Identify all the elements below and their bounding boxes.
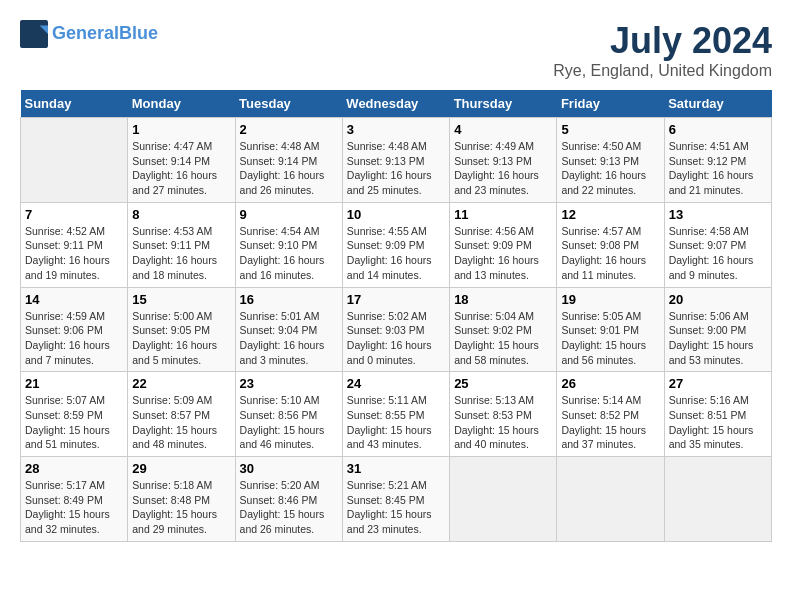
sunset-text: Sunset: 8:55 PM <box>347 408 445 423</box>
daylight-text: Daylight: 16 hours and 14 minutes. <box>347 253 445 282</box>
sunset-text: Sunset: 8:46 PM <box>240 493 338 508</box>
cell-content: Sunrise: 5:05 AMSunset: 9:01 PMDaylight:… <box>561 309 659 368</box>
calendar-cell: 5Sunrise: 4:50 AMSunset: 9:13 PMDaylight… <box>557 118 664 203</box>
sunrise-text: Sunrise: 5:10 AM <box>240 393 338 408</box>
cell-content: Sunrise: 4:47 AMSunset: 9:14 PMDaylight:… <box>132 139 230 198</box>
cell-content: Sunrise: 4:55 AMSunset: 9:09 PMDaylight:… <box>347 224 445 283</box>
sunset-text: Sunset: 9:13 PM <box>454 154 552 169</box>
cell-content: Sunrise: 4:58 AMSunset: 9:07 PMDaylight:… <box>669 224 767 283</box>
day-number: 31 <box>347 461 445 476</box>
day-number: 29 <box>132 461 230 476</box>
calendar-cell: 27Sunrise: 5:16 AMSunset: 8:51 PMDayligh… <box>664 372 771 457</box>
calendar-cell: 1Sunrise: 4:47 AMSunset: 9:14 PMDaylight… <box>128 118 235 203</box>
day-number: 5 <box>561 122 659 137</box>
logo-text: GeneralBlue <box>52 24 158 44</box>
week-row-2: 7Sunrise: 4:52 AMSunset: 9:11 PMDaylight… <box>21 202 772 287</box>
calendar-cell <box>664 457 771 542</box>
cell-content: Sunrise: 5:10 AMSunset: 8:56 PMDaylight:… <box>240 393 338 452</box>
sunrise-text: Sunrise: 4:56 AM <box>454 224 552 239</box>
sunset-text: Sunset: 8:45 PM <box>347 493 445 508</box>
calendar-cell: 9Sunrise: 4:54 AMSunset: 9:10 PMDaylight… <box>235 202 342 287</box>
daylight-text: Daylight: 16 hours and 7 minutes. <box>25 338 123 367</box>
sunset-text: Sunset: 9:13 PM <box>561 154 659 169</box>
sunrise-text: Sunrise: 5:00 AM <box>132 309 230 324</box>
daylight-text: Daylight: 15 hours and 48 minutes. <box>132 423 230 452</box>
day-number: 23 <box>240 376 338 391</box>
logo-line1: General <box>52 23 119 43</box>
daylight-text: Daylight: 15 hours and 29 minutes. <box>132 507 230 536</box>
sunrise-text: Sunrise: 5:09 AM <box>132 393 230 408</box>
calendar-cell: 6Sunrise: 4:51 AMSunset: 9:12 PMDaylight… <box>664 118 771 203</box>
sunset-text: Sunset: 9:13 PM <box>347 154 445 169</box>
location-subtitle: Rye, England, United Kingdom <box>553 62 772 80</box>
sunrise-text: Sunrise: 5:16 AM <box>669 393 767 408</box>
sunset-text: Sunset: 8:56 PM <box>240 408 338 423</box>
sunrise-text: Sunrise: 5:11 AM <box>347 393 445 408</box>
sunrise-text: Sunrise: 5:06 AM <box>669 309 767 324</box>
day-number: 19 <box>561 292 659 307</box>
day-number: 17 <box>347 292 445 307</box>
sunrise-text: Sunrise: 5:20 AM <box>240 478 338 493</box>
cell-content: Sunrise: 5:00 AMSunset: 9:05 PMDaylight:… <box>132 309 230 368</box>
day-number: 14 <box>25 292 123 307</box>
daylight-text: Daylight: 16 hours and 3 minutes. <box>240 338 338 367</box>
sunset-text: Sunset: 8:59 PM <box>25 408 123 423</box>
weekday-header-wednesday: Wednesday <box>342 90 449 118</box>
sunrise-text: Sunrise: 5:04 AM <box>454 309 552 324</box>
day-number: 11 <box>454 207 552 222</box>
day-number: 7 <box>25 207 123 222</box>
day-number: 15 <box>132 292 230 307</box>
day-number: 13 <box>669 207 767 222</box>
calendar-cell: 23Sunrise: 5:10 AMSunset: 8:56 PMDayligh… <box>235 372 342 457</box>
week-row-3: 14Sunrise: 4:59 AMSunset: 9:06 PMDayligh… <box>21 287 772 372</box>
day-number: 20 <box>669 292 767 307</box>
sunset-text: Sunset: 9:11 PM <box>25 238 123 253</box>
daylight-text: Daylight: 16 hours and 22 minutes. <box>561 168 659 197</box>
sunset-text: Sunset: 8:51 PM <box>669 408 767 423</box>
daylight-text: Daylight: 16 hours and 19 minutes. <box>25 253 123 282</box>
weekday-header-friday: Friday <box>557 90 664 118</box>
calendar-cell: 7Sunrise: 4:52 AMSunset: 9:11 PMDaylight… <box>21 202 128 287</box>
daylight-text: Daylight: 16 hours and 0 minutes. <box>347 338 445 367</box>
weekday-header-monday: Monday <box>128 90 235 118</box>
sunset-text: Sunset: 9:12 PM <box>669 154 767 169</box>
daylight-text: Daylight: 16 hours and 13 minutes. <box>454 253 552 282</box>
sunrise-text: Sunrise: 5:05 AM <box>561 309 659 324</box>
sunrise-text: Sunrise: 5:02 AM <box>347 309 445 324</box>
daylight-text: Daylight: 15 hours and 51 minutes. <box>25 423 123 452</box>
sunrise-text: Sunrise: 5:01 AM <box>240 309 338 324</box>
calendar-cell: 17Sunrise: 5:02 AMSunset: 9:03 PMDayligh… <box>342 287 449 372</box>
sunset-text: Sunset: 9:14 PM <box>132 154 230 169</box>
weekday-header-sunday: Sunday <box>21 90 128 118</box>
week-row-5: 28Sunrise: 5:17 AMSunset: 8:49 PMDayligh… <box>21 457 772 542</box>
cell-content: Sunrise: 5:20 AMSunset: 8:46 PMDaylight:… <box>240 478 338 537</box>
cell-content: Sunrise: 5:17 AMSunset: 8:49 PMDaylight:… <box>25 478 123 537</box>
sunrise-text: Sunrise: 4:54 AM <box>240 224 338 239</box>
weekday-header-tuesday: Tuesday <box>235 90 342 118</box>
sunrise-text: Sunrise: 4:52 AM <box>25 224 123 239</box>
cell-content: Sunrise: 4:52 AMSunset: 9:11 PMDaylight:… <box>25 224 123 283</box>
cell-content: Sunrise: 4:48 AMSunset: 9:14 PMDaylight:… <box>240 139 338 198</box>
sunrise-text: Sunrise: 4:53 AM <box>132 224 230 239</box>
day-number: 3 <box>347 122 445 137</box>
cell-content: Sunrise: 4:57 AMSunset: 9:08 PMDaylight:… <box>561 224 659 283</box>
daylight-text: Daylight: 16 hours and 27 minutes. <box>132 168 230 197</box>
sunset-text: Sunset: 9:10 PM <box>240 238 338 253</box>
calendar-cell: 11Sunrise: 4:56 AMSunset: 9:09 PMDayligh… <box>450 202 557 287</box>
sunrise-text: Sunrise: 5:21 AM <box>347 478 445 493</box>
sunset-text: Sunset: 9:03 PM <box>347 323 445 338</box>
day-number: 16 <box>240 292 338 307</box>
cell-content: Sunrise: 4:53 AMSunset: 9:11 PMDaylight:… <box>132 224 230 283</box>
calendar-cell: 31Sunrise: 5:21 AMSunset: 8:45 PMDayligh… <box>342 457 449 542</box>
sunset-text: Sunset: 8:52 PM <box>561 408 659 423</box>
day-number: 12 <box>561 207 659 222</box>
calendar-cell: 25Sunrise: 5:13 AMSunset: 8:53 PMDayligh… <box>450 372 557 457</box>
daylight-text: Daylight: 15 hours and 46 minutes. <box>240 423 338 452</box>
sunrise-text: Sunrise: 4:58 AM <box>669 224 767 239</box>
cell-content: Sunrise: 4:50 AMSunset: 9:13 PMDaylight:… <box>561 139 659 198</box>
daylight-text: Daylight: 15 hours and 26 minutes. <box>240 507 338 536</box>
day-number: 28 <box>25 461 123 476</box>
calendar-cell: 29Sunrise: 5:18 AMSunset: 8:48 PMDayligh… <box>128 457 235 542</box>
daylight-text: Daylight: 16 hours and 5 minutes. <box>132 338 230 367</box>
daylight-text: Daylight: 16 hours and 16 minutes. <box>240 253 338 282</box>
